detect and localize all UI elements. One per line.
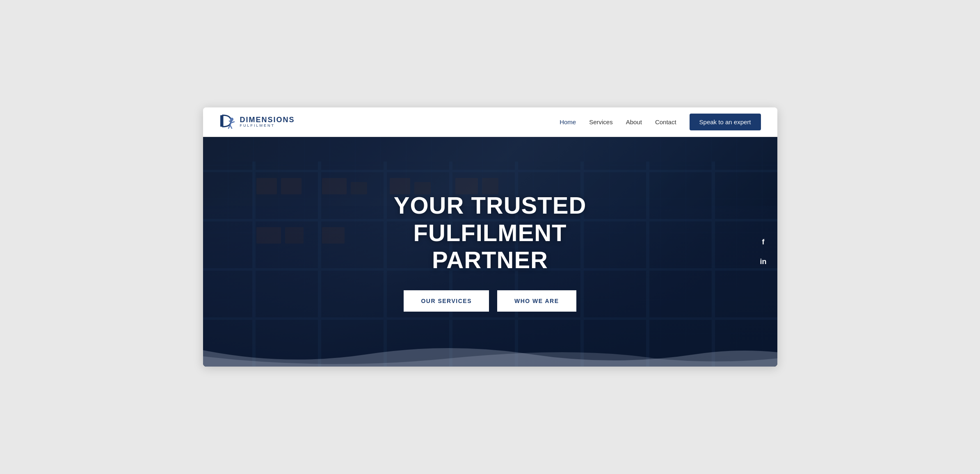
hero-section: YOUR TRUSTED FULFILMENT PARTNER OUR SERV… [203, 137, 777, 367]
logo-text: DIMENSIONS FULFILMENT [240, 116, 295, 128]
nav-link-about[interactable]: About [626, 118, 642, 125]
logo-icon [219, 114, 237, 131]
nav-link-contact[interactable]: Contact [655, 118, 676, 125]
logo[interactable]: DIMENSIONS FULFILMENT [219, 114, 295, 131]
navbar: DIMENSIONS FULFILMENT Home Services Abou… [203, 107, 777, 137]
svg-line-6 [232, 122, 234, 123]
nav-menu: Home Services About Contact Speak to an … [560, 118, 761, 126]
svg-line-4 [230, 125, 232, 128]
hero-title-line1: YOUR TRUSTED [394, 192, 587, 219]
nav-item-about[interactable]: About [626, 118, 642, 126]
hero-title-line3: PARTNER [432, 246, 548, 273]
nav-item-cta[interactable]: Speak to an expert [690, 118, 761, 126]
nav-item-services[interactable]: Services [589, 118, 613, 126]
facebook-icon[interactable]: f [758, 236, 769, 248]
hero-title-line2: FULFILMENT [413, 219, 567, 246]
nav-item-home[interactable]: Home [560, 118, 576, 126]
wave-decoration [203, 342, 777, 367]
linkedin-icon[interactable]: in [758, 256, 769, 267]
who-we-are-button[interactable]: WHO WE ARE [497, 290, 576, 312]
brand-name: DIMENSIONS [240, 116, 295, 124]
our-services-button[interactable]: OUR SERVICES [404, 290, 489, 312]
nav-item-contact[interactable]: Contact [655, 118, 676, 126]
hero-content: YOUR TRUSTED FULFILMENT PARTNER OUR SERV… [203, 192, 777, 312]
social-icons: f in [758, 236, 769, 267]
hero-title: YOUR TRUSTED FULFILMENT PARTNER [211, 192, 769, 274]
browser-window: DIMENSIONS FULFILMENT Home Services Abou… [203, 107, 777, 367]
cta-button[interactable]: Speak to an expert [690, 114, 761, 130]
hero-buttons: OUR SERVICES WHO WE ARE [211, 290, 769, 312]
nav-link-services[interactable]: Services [589, 118, 613, 125]
nav-link-home[interactable]: Home [560, 118, 576, 125]
brand-subtitle: FULFILMENT [240, 124, 295, 128]
